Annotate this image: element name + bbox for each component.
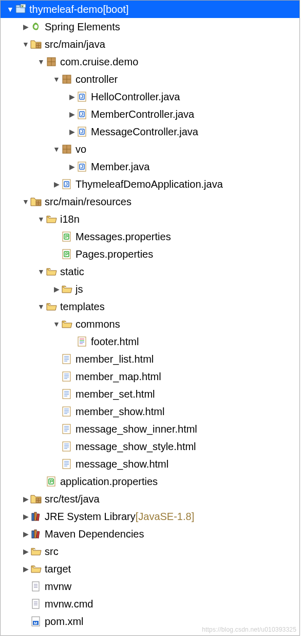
chevron-down-icon[interactable]: ▼ xyxy=(36,267,46,276)
tree-item-label: src/main/resources xyxy=(45,196,131,208)
chevron-down-icon[interactable]: ▼ xyxy=(36,58,46,66)
tree-row[interactable]: ▶ footer.html xyxy=(1,333,299,350)
tree-row[interactable]: ▶ src/test/java xyxy=(1,490,299,508)
chevron-right-icon[interactable]: ▶ xyxy=(52,180,61,188)
project-icon: M xyxy=(15,4,26,15)
src-pkg-icon xyxy=(30,196,42,207)
chevron-down-icon[interactable]: ▼ xyxy=(36,302,46,311)
chevron-down-icon[interactable]: ▼ xyxy=(52,320,61,328)
tree-item-label: Spring Elements xyxy=(45,21,120,33)
folder-open-icon xyxy=(61,318,72,330)
chevron-right-icon[interactable]: ▶ xyxy=(21,547,30,556)
tree-row[interactable]: ▶ Maven Dependencies xyxy=(1,525,299,543)
tree-row[interactable]: ▶ message_show_style.html xyxy=(1,438,299,455)
tree-row[interactable]: ▼ vo xyxy=(1,140,299,158)
chevron-right-icon[interactable]: ▶ xyxy=(67,110,77,118)
svg-rect-90 xyxy=(34,530,36,538)
tree-item-label: src xyxy=(45,546,59,558)
tree-item-label: footer.html xyxy=(91,336,139,348)
chevron-right-icon[interactable]: ▶ xyxy=(21,530,30,538)
html-icon xyxy=(61,353,72,365)
chevron-right-icon[interactable]: ▶ xyxy=(21,495,30,503)
svg-rect-87 xyxy=(34,512,36,521)
chevron-right-icon[interactable]: ▶ xyxy=(21,512,30,521)
chevron-right-icon[interactable]: ▶ xyxy=(21,23,30,31)
tree-row[interactable]: ▶ member_list.html xyxy=(1,350,299,368)
chevron-right-icon[interactable]: ▶ xyxy=(67,163,77,171)
tree-row[interactable]: ▶ message_show_inner.html xyxy=(1,420,299,438)
tree-item-label: member_list.html xyxy=(76,353,154,365)
tree-row[interactable]: ▼ controller xyxy=(1,70,299,88)
tree-row[interactable]: ▶ P application.properties xyxy=(1,473,299,490)
tree-row[interactable]: ▶ src xyxy=(1,543,299,560)
package-icon xyxy=(46,56,57,67)
tree-item-label: message_show_inner.html xyxy=(76,423,197,435)
tree-row[interactable]: ▼ src/main/resources xyxy=(1,193,299,210)
tree-row[interactable]: ▶ J HelloController.java xyxy=(1,88,299,105)
tree-row[interactable]: ▶ J MessageController.java xyxy=(1,123,299,140)
tree-item-label: static xyxy=(60,266,84,278)
chevron-down-icon[interactable]: ▼ xyxy=(6,5,15,13)
file-icon xyxy=(30,598,42,610)
svg-rect-60 xyxy=(63,407,70,416)
tree-row[interactable]: ▼ i18n xyxy=(1,210,299,228)
tree-row[interactable]: ▼ src/main/java xyxy=(1,35,299,53)
html-icon xyxy=(61,371,72,382)
svg-text:M: M xyxy=(22,5,24,8)
tree-row[interactable]: ▶ message_show.html xyxy=(1,455,299,473)
svg-rect-1 xyxy=(16,5,20,7)
package-icon xyxy=(61,74,72,85)
tree-row[interactable]: mvnw xyxy=(1,578,299,595)
svg-text:J: J xyxy=(81,94,83,99)
svg-rect-86 xyxy=(32,513,34,521)
tree-row[interactable]: ▶ J ThymeleafDemoApplication.java xyxy=(1,175,299,193)
tree-row[interactable]: ▶ J MemberController.java xyxy=(1,105,299,123)
tree-item-label: ThymeleafDemoApplication.java xyxy=(76,178,223,190)
svg-rect-55 xyxy=(63,389,70,399)
watermark: https://blog.csdn.net/u010393325 xyxy=(202,626,296,633)
chevron-right-icon[interactable]: ▶ xyxy=(52,285,61,293)
tree-row[interactable]: ▶ target xyxy=(1,560,299,578)
chevron-down-icon[interactable]: ▼ xyxy=(21,40,30,48)
tree-row[interactable]: ▼ static xyxy=(1,263,299,280)
tree-row[interactable]: ▶ member_show.html xyxy=(1,403,299,420)
svg-text:P: P xyxy=(50,479,53,484)
tree-item-label: controller xyxy=(76,74,118,85)
tree-item-label: HelloController.java xyxy=(91,91,180,103)
chevron-down-icon[interactable]: ▼ xyxy=(36,215,46,223)
svg-rect-88 xyxy=(36,514,40,521)
tree-row[interactable]: ▼ M thymeleaf-demo [boot] xyxy=(1,1,299,18)
tree-row[interactable]: ▶ js xyxy=(1,280,299,298)
chevron-down-icon[interactable]: ▼ xyxy=(21,198,30,206)
folder-open-icon xyxy=(46,213,57,225)
tree-row[interactable]: ▶ JRE System Library [JavaSE-1.8] xyxy=(1,508,299,525)
tree-row[interactable]: ▼ templates xyxy=(1,298,299,315)
svg-text:J: J xyxy=(65,182,68,187)
maven-icon: M xyxy=(30,616,42,627)
java-icon: J xyxy=(77,109,88,120)
java-icon: J xyxy=(77,161,88,172)
tree-row[interactable]: ▶ J Member.java xyxy=(1,158,299,175)
tree-item-label: message_show_style.html xyxy=(76,441,196,453)
tree-item-label: i18n xyxy=(60,213,80,225)
tree-row[interactable]: mvnw.cmd xyxy=(1,595,299,613)
chevron-down-icon[interactable]: ▼ xyxy=(52,145,61,153)
tree-item-label: src/test/java xyxy=(45,493,100,505)
tree-row[interactable]: ▶ P Pages.properties xyxy=(1,245,299,263)
chevron-down-icon[interactable]: ▼ xyxy=(52,75,61,83)
tree-row[interactable]: ▶ member_map.html xyxy=(1,368,299,385)
tree-row[interactable]: ▶ P Messages.properties xyxy=(1,228,299,245)
chevron-right-icon[interactable]: ▶ xyxy=(67,128,77,136)
tree-row[interactable]: ▼ commons xyxy=(1,315,299,333)
chevron-right-icon[interactable]: ▶ xyxy=(21,565,30,573)
tree-item-label: member_set.html xyxy=(76,388,155,400)
tree-row[interactable]: ▶ Spring Elements xyxy=(1,18,299,35)
package-icon xyxy=(61,144,72,155)
html-color-icon xyxy=(77,336,88,347)
tree-row[interactable]: ▶ member_set.html xyxy=(1,385,299,403)
project-explorer[interactable]: ▼ M thymeleaf-demo [boot]▶ Spring Elemen… xyxy=(0,0,300,636)
svg-rect-65 xyxy=(63,424,70,434)
tree-row[interactable]: ▼ com.cruise.demo xyxy=(1,53,299,70)
tree-item-label: member_map.html xyxy=(76,371,161,383)
chevron-right-icon[interactable]: ▶ xyxy=(67,93,77,101)
